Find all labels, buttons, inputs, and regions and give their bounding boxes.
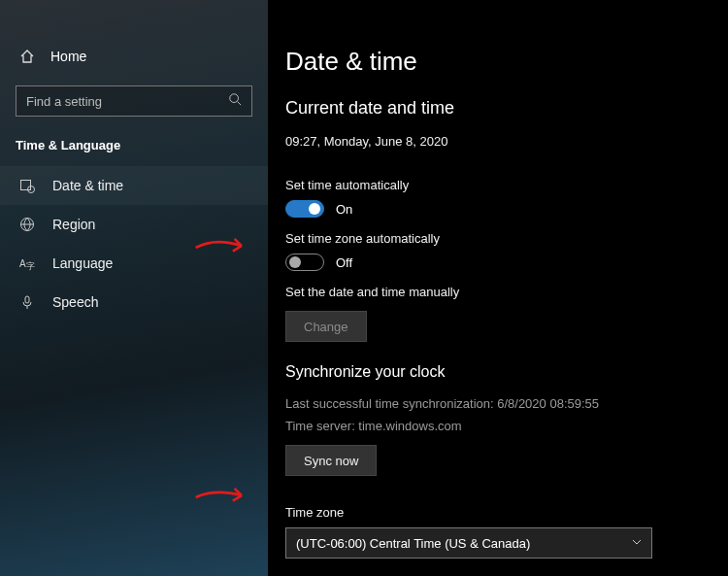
svg-rect-9 [25, 296, 29, 303]
set-tz-auto-label: Set time zone automatically [285, 231, 728, 246]
toggle-state: Off [336, 255, 352, 270]
current-datetime-value: 09:27, Monday, June 8, 2020 [285, 134, 728, 149]
home-link[interactable]: Home [0, 41, 268, 72]
home-icon [19, 49, 35, 64]
home-label: Home [50, 49, 86, 64]
svg-line-3 [238, 102, 242, 106]
annotation-arrow [192, 483, 250, 512]
globe-icon [19, 217, 35, 232]
set-time-auto-label: Set time automatically [285, 178, 728, 192]
chevron-down-icon [632, 537, 642, 549]
sidebar-item-label: Region [52, 217, 95, 232]
sidebar-item-label: Speech [52, 294, 98, 310]
svg-rect-4 [21, 181, 31, 190]
sidebar-item-speech[interactable]: Speech [0, 283, 268, 322]
toggle-state: On [336, 202, 352, 217]
change-button[interactable]: Change [285, 311, 367, 342]
sync-server: Time server: time.windows.com [285, 419, 728, 433]
sidebar-item-date-time[interactable]: Date & time [0, 166, 268, 205]
svg-point-2 [230, 94, 239, 103]
manual-set-label: Set the date and time manually [285, 285, 728, 299]
timezone-label: Time zone [285, 505, 728, 520]
search-input[interactable] [16, 85, 252, 117]
sidebar-item-label: Language [52, 255, 113, 271]
search-field[interactable] [26, 94, 228, 109]
timezone-select[interactable]: (UTC-06:00) Central Time (US & Canada) [285, 527, 652, 559]
set-tz-auto-toggle[interactable]: Off [285, 254, 728, 271]
svg-text:字: 字 [26, 261, 35, 271]
calendar-clock-icon [19, 178, 35, 193]
language-icon: A字 [19, 255, 35, 271]
search-icon [228, 92, 242, 110]
sidebar-item-label: Date & time [52, 178, 123, 193]
sync-last: Last successful time synchronization: 6/… [285, 396, 728, 411]
sync-heading: Synchronize your clock [285, 363, 728, 381]
category-title: Time & Language [16, 138, 252, 152]
toggle-switch[interactable] [285, 200, 324, 218]
microphone-icon [19, 294, 35, 310]
annotation-arrow [192, 233, 250, 262]
section-current-heading: Current date and time [285, 98, 728, 119]
set-time-auto-toggle[interactable]: On [285, 200, 728, 218]
sync-now-button[interactable]: Sync now [285, 445, 377, 476]
timezone-value: (UTC-06:00) Central Time (US & Canada) [296, 536, 530, 551]
content-pane: Date & time Current date and time 09:27,… [268, 0, 728, 576]
toggle-switch[interactable] [285, 254, 324, 271]
page-title: Date & time [285, 47, 728, 77]
svg-text:A: A [19, 258, 26, 269]
